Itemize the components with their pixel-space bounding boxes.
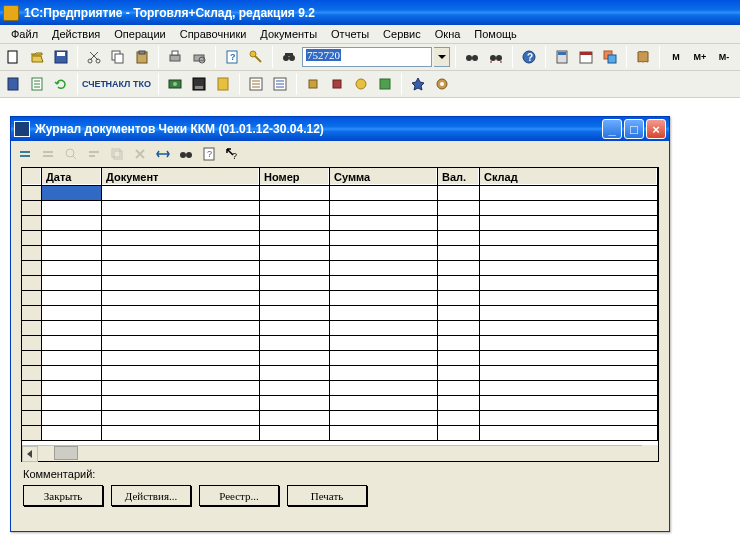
open-icon[interactable] (26, 46, 48, 68)
disk-icon[interactable] (188, 73, 210, 95)
nakl-button[interactable]: НАКЛ (107, 73, 129, 95)
tool4-icon[interactable] (374, 73, 396, 95)
menu-operations[interactable]: Операции (107, 26, 172, 42)
star-icon[interactable] (407, 73, 429, 95)
child-footer: Комментарий: Закрыть Действия... Реестр.… (11, 462, 669, 512)
calc-icon[interactable] (551, 46, 573, 68)
layers-icon[interactable] (599, 46, 621, 68)
table-row[interactable] (22, 396, 658, 411)
table-row[interactable] (22, 276, 658, 291)
menu-actions[interactable]: Действия (45, 26, 107, 42)
edit-icon[interactable] (84, 144, 104, 164)
table-body[interactable] (22, 186, 658, 441)
table-row[interactable] (22, 366, 658, 381)
column-marker[interactable] (22, 168, 42, 186)
column-warehouse[interactable]: Склад (480, 168, 658, 186)
table-row[interactable] (22, 321, 658, 336)
table-row[interactable] (22, 231, 658, 246)
binoculars2-icon[interactable] (461, 46, 483, 68)
book-icon[interactable] (632, 46, 654, 68)
menu-windows[interactable]: Окна (428, 26, 468, 42)
column-sum[interactable]: Сумма (330, 168, 438, 186)
binoculars3-icon[interactable] (485, 46, 507, 68)
tool3-icon[interactable] (350, 73, 372, 95)
maximize-button[interactable]: □ (624, 119, 644, 139)
tool1-icon[interactable] (302, 73, 324, 95)
svg-text:?: ? (527, 52, 533, 63)
search-input[interactable]: 752720 (302, 47, 432, 67)
print-button[interactable]: Печать (287, 485, 367, 506)
registry-button[interactable]: Реестр... (199, 485, 279, 506)
scroll-left-icon[interactable] (22, 446, 38, 462)
menu-reports[interactable]: Отчеты (324, 26, 376, 42)
minimize-button[interactable]: _ (602, 119, 622, 139)
table-row[interactable] (22, 186, 658, 201)
copy-icon[interactable] (107, 46, 129, 68)
horizontal-scrollbar[interactable] (22, 445, 642, 461)
table-row[interactable] (22, 201, 658, 216)
table-row[interactable] (22, 216, 658, 231)
menu-file[interactable]: Файл (4, 26, 45, 42)
menu-service[interactable]: Сервис (376, 26, 428, 42)
tool2-icon[interactable] (326, 73, 348, 95)
table-row[interactable] (22, 246, 658, 261)
refresh-icon[interactable] (50, 73, 72, 95)
scrollbar-thumb[interactable] (54, 446, 78, 460)
m-button[interactable]: М (665, 46, 687, 68)
key-icon[interactable] (245, 46, 267, 68)
svg-text:?: ? (232, 151, 237, 161)
help-small-icon[interactable]: ? (199, 144, 219, 164)
calendar-icon[interactable] (575, 46, 597, 68)
close-button[interactable]: Закрыть (23, 485, 103, 506)
delete-line-icon[interactable] (130, 144, 150, 164)
menu-directories[interactable]: Справочники (173, 26, 254, 42)
table-row[interactable] (22, 351, 658, 366)
print-icon[interactable] (164, 46, 186, 68)
table-row[interactable] (22, 381, 658, 396)
svg-point-21 (490, 55, 496, 61)
find-icon[interactable] (176, 144, 196, 164)
actions-button[interactable]: Действия... (111, 485, 191, 506)
m-minus-button[interactable]: М- (713, 46, 735, 68)
column-date[interactable]: Дата (42, 168, 102, 186)
column-number[interactable]: Номер (260, 168, 330, 186)
search-dropdown-icon[interactable] (434, 47, 450, 67)
column-currency[interactable]: Вал. (438, 168, 480, 186)
close-button[interactable]: × (646, 119, 666, 139)
column-document[interactable]: Документ (102, 168, 260, 186)
new-icon[interactable] (2, 46, 24, 68)
table-row[interactable] (22, 336, 658, 351)
add-line-icon[interactable] (38, 144, 58, 164)
tko-button[interactable]: ТКО (131, 73, 153, 95)
list2-icon[interactable] (269, 73, 291, 95)
menu-help[interactable]: Помощь (467, 26, 524, 42)
paste-icon[interactable] (131, 46, 153, 68)
menu-documents[interactable]: Документы (253, 26, 324, 42)
list-icon[interactable] (245, 73, 267, 95)
view-icon[interactable] (61, 144, 81, 164)
table-row[interactable] (22, 291, 658, 306)
table-row[interactable] (22, 261, 658, 276)
doc-yellow-icon[interactable] (212, 73, 234, 95)
interval-icon[interactable] (153, 144, 173, 164)
table-row[interactable] (22, 426, 658, 441)
table-row[interactable] (22, 411, 658, 426)
save-icon[interactable] (50, 46, 72, 68)
schet-button[interactable]: СЧЕТ (83, 73, 105, 95)
help-arrow-icon[interactable]: ? (222, 144, 242, 164)
binoculars-icon[interactable] (278, 46, 300, 68)
table-row[interactable] (22, 306, 658, 321)
gear-icon[interactable] (431, 73, 453, 95)
print-preview-icon[interactable] (188, 46, 210, 68)
svg-rect-49 (43, 155, 53, 157)
copy-line-icon[interactable] (107, 144, 127, 164)
doc-green-icon[interactable] (26, 73, 48, 95)
svg-rect-51 (89, 151, 99, 153)
new-line-icon[interactable] (15, 144, 35, 164)
help-doc-icon[interactable]: ? (221, 46, 243, 68)
help-icon[interactable]: ? (518, 46, 540, 68)
money-icon[interactable] (164, 73, 186, 95)
m-plus-button[interactable]: М+ (689, 46, 711, 68)
cut-icon[interactable] (83, 46, 105, 68)
doc-icon[interactable] (2, 73, 24, 95)
